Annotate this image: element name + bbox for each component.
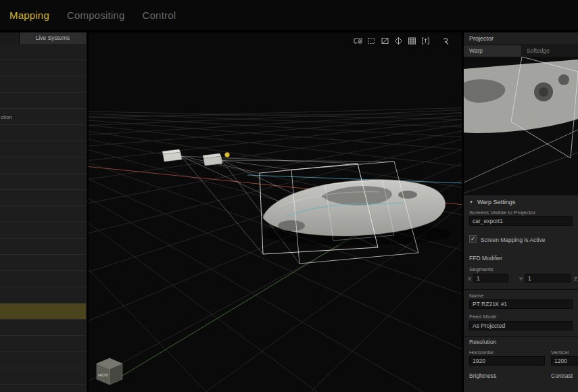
list-item[interactable] (0, 222, 86, 239)
segment-y-input[interactable] (525, 274, 571, 283)
warp-settings-header[interactable]: ▼ Warp Settings (464, 195, 578, 209)
check-icon: ✓ (471, 236, 475, 242)
resources-panel-tabs: Live Systems (0, 32, 86, 44)
3d-viewport[interactable]: FRONT (89, 32, 462, 392)
list-item[interactable] (0, 190, 86, 206)
resources-tab-collapsed[interactable] (0, 32, 20, 44)
output-mapping-icon[interactable] (421, 36, 430, 45)
tab-warp[interactable]: Warp (464, 45, 521, 57)
projector-icon[interactable] (354, 36, 362, 45)
segments-label: Segments (469, 266, 493, 272)
tab-live-systems[interactable]: Live Systems (20, 32, 86, 44)
viewport-toolbar (354, 36, 450, 45)
resources-panel: Live Systems ction (0, 32, 87, 392)
list-item[interactable] (0, 157, 86, 174)
list-item[interactable] (0, 76, 86, 93)
list-item[interactable] (0, 239, 86, 255)
view-cube[interactable]: FRONT (97, 358, 122, 385)
list-item-selected[interactable] (0, 303, 86, 320)
list-item[interactable] (0, 60, 86, 76)
list-item[interactable] (0, 125, 86, 141)
list-item[interactable] (0, 255, 86, 271)
tab-control[interactable]: Control (143, 9, 176, 21)
list-item[interactable] (0, 174, 86, 190)
segment-y-label: Y (519, 276, 523, 282)
brightness-label: Brightness (469, 372, 496, 379)
chevron-down-icon: ▼ (469, 200, 473, 204)
wrench-icon[interactable] (441, 36, 450, 45)
blend-icon[interactable] (394, 36, 403, 45)
vertical-resolution-input[interactable] (551, 356, 578, 366)
list-item[interactable] (0, 271, 86, 287)
screen-mapping-checkbox[interactable]: ✓ (469, 235, 477, 243)
list-item[interactable] (0, 385, 86, 392)
list-item[interactable] (0, 44, 86, 60)
panel-title: Projector (464, 32, 578, 45)
warp-settings-label: Warp Settings (477, 199, 515, 205)
tab-mapping[interactable]: Mapping (9, 9, 49, 21)
snap-icon[interactable] (381, 36, 389, 45)
projector-object-2[interactable] (203, 153, 222, 166)
contrast-label: Contrast (551, 372, 573, 379)
list-item[interactable]: ction (0, 109, 86, 125)
tab-softedge[interactable]: Softedge (521, 45, 578, 57)
ffd-modifier-label: FFD Modifier (469, 255, 502, 262)
screen-mapping-label: Screen Mapping is Active (481, 237, 545, 243)
list-item[interactable] (0, 320, 86, 336)
list-item[interactable] (0, 352, 86, 368)
resolution-label: Resolution (469, 339, 496, 345)
main-menu-bar: Mapping Compositing Control (0, 0, 578, 30)
application-window: Mapping Compositing Control Live Systems… (0, 0, 578, 392)
projector-object-1[interactable] (162, 149, 182, 162)
horizontal-resolution-input[interactable] (469, 356, 545, 366)
list-item[interactable] (0, 368, 86, 385)
marquee-select-icon[interactable] (367, 36, 376, 45)
list-item[interactable] (0, 93, 86, 109)
tab-compositing[interactable]: Compositing (67, 9, 125, 21)
name-label: Name (469, 293, 483, 299)
divider (464, 336, 578, 337)
feed-mode-dropdown[interactable]: As Projected (469, 321, 573, 330)
projector-properties-panel: Projector Warp Softedge ▼ Warp Settings … (464, 32, 578, 392)
screens-visible-input[interactable] (469, 216, 573, 226)
horizontal-label: Horizontal (469, 349, 493, 356)
vertical-label: Vertical (551, 349, 569, 356)
screens-visible-label: Screens Visible to Projector (469, 210, 535, 216)
list-item[interactable] (0, 141, 86, 157)
projector-name-input[interactable] (469, 299, 573, 309)
3d-scene-canvas[interactable]: FRONT (89, 32, 462, 392)
divider (464, 289, 578, 290)
view-cube-front-label: FRONT (98, 374, 109, 377)
segment-z-label: Z (574, 276, 577, 282)
list-item[interactable] (0, 287, 86, 303)
list-item[interactable] (0, 206, 86, 222)
light-marker[interactable] (225, 153, 230, 157)
projector-pov-preview[interactable] (464, 57, 578, 195)
segment-x-input[interactable] (473, 274, 508, 283)
list-item[interactable] (0, 336, 86, 352)
feed-mode-label: Feed Mode (469, 314, 496, 320)
list-item-label: ction (1, 114, 12, 120)
grid-table-icon[interactable] (408, 36, 416, 45)
segment-x-label: X (468, 276, 471, 282)
